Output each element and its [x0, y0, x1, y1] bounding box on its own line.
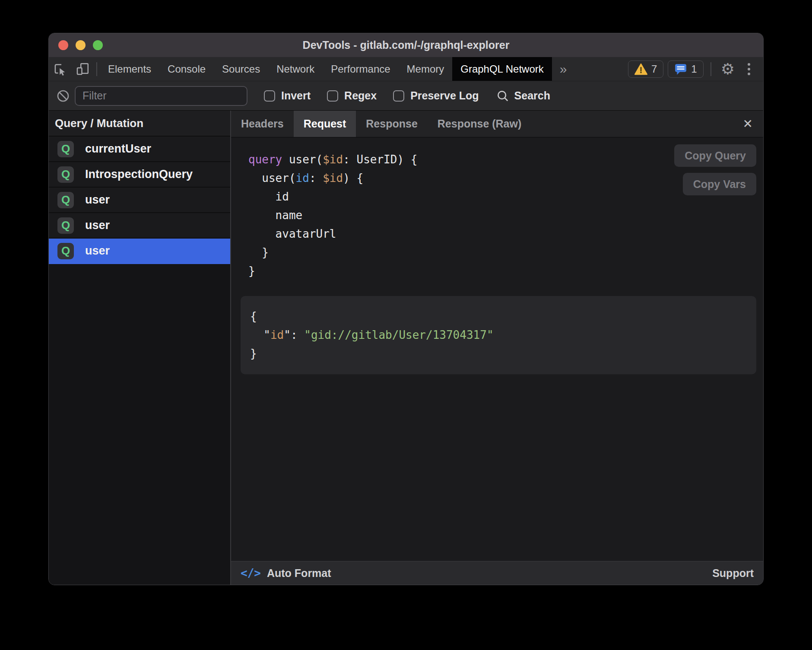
- gear-icon: ⚙: [721, 60, 735, 78]
- support-link[interactable]: Support: [712, 567, 754, 580]
- query-list-header: Query / Mutation: [49, 111, 230, 137]
- invert-label: Invert: [281, 89, 311, 102]
- tab-performance[interactable]: Performance: [323, 57, 398, 81]
- auto-format-button[interactable]: Auto Format: [267, 567, 331, 580]
- more-tabs-button[interactable]: »: [552, 57, 575, 81]
- status-bar: </> Auto Format Support: [231, 561, 763, 585]
- more-options-button[interactable]: [741, 63, 757, 75]
- device-toolbar-icon: [75, 61, 90, 77]
- request-detail-panel: Headers Request Response Response (Raw) …: [231, 111, 763, 585]
- list-item-user-1[interactable]: Q user: [49, 188, 230, 213]
- list-item-introspectionquery[interactable]: Q IntrospectionQuery: [49, 162, 230, 188]
- list-item-currentuser[interactable]: Q currentUser: [49, 137, 230, 162]
- tab-elements[interactable]: Elements: [100, 57, 159, 81]
- toolbar-right-cluster: 7 1 ⚙: [624, 57, 763, 81]
- query-type-badge: Q: [57, 141, 74, 157]
- query-type-badge: Q: [57, 243, 74, 259]
- query-variables-box: { "id": "gid://gitlab/User/13704317" }: [241, 296, 756, 374]
- detail-tabs: Headers Request Response Response (Raw) …: [231, 111, 763, 137]
- tab-network[interactable]: Network: [268, 57, 323, 81]
- close-detail-button[interactable]: ✕: [733, 111, 763, 137]
- messages-count: 1: [691, 63, 697, 75]
- kebab-dot: [748, 68, 750, 70]
- message-bubble-icon: [674, 63, 687, 75]
- tab-memory[interactable]: Memory: [399, 57, 453, 81]
- search-button[interactable]: Search: [496, 89, 550, 102]
- invert-checkbox-group[interactable]: Invert: [264, 89, 311, 102]
- kebab-dot: [748, 63, 750, 66]
- devtools-toolbar: Elements Console Sources Network Perform…: [49, 57, 763, 81]
- tab-request[interactable]: Request: [294, 111, 356, 137]
- devtools-window: DevTools - gitlab.com/-/graphql-explorer…: [48, 33, 764, 585]
- graphql-query-code: query user($id: UserID) { user(id: $id) …: [248, 150, 763, 280]
- query-type-badge: Q: [57, 166, 74, 183]
- toolbar-separator: [96, 62, 97, 76]
- filter-input[interactable]: [75, 86, 247, 106]
- filter-bar: Invert Regex Preserve Log Search: [49, 81, 763, 111]
- titlebar: DevTools - gitlab.com/-/graphql-explorer: [49, 33, 763, 57]
- kebab-dot: [748, 73, 750, 75]
- main-area: Query / Mutation Q currentUser Q Introsp…: [49, 111, 763, 585]
- code-format-icon: </>: [241, 567, 261, 580]
- query-list-panel: Query / Mutation Q currentUser Q Introsp…: [49, 111, 231, 585]
- clear-filter-button[interactable]: [51, 89, 75, 103]
- tab-sources[interactable]: Sources: [214, 57, 268, 81]
- invert-checkbox: [264, 90, 275, 102]
- regex-checkbox: [327, 90, 338, 102]
- regex-checkbox-group[interactable]: Regex: [327, 89, 377, 102]
- copy-vars-button[interactable]: Copy Vars: [683, 173, 756, 195]
- tab-graphql-network[interactable]: GraphQL Network: [452, 57, 552, 81]
- preserve-log-label: Preserve Log: [410, 89, 479, 102]
- preserve-log-checkbox-group[interactable]: Preserve Log: [393, 89, 479, 102]
- block-icon: [56, 89, 70, 103]
- warnings-count: 7: [651, 63, 657, 75]
- regex-label: Regex: [344, 89, 377, 102]
- search-label: Search: [514, 89, 550, 102]
- inspect-cursor-icon: [52, 61, 68, 77]
- search-icon: [496, 89, 509, 102]
- warnings-badge-button[interactable]: 7: [628, 61, 663, 78]
- tab-headers[interactable]: Headers: [231, 111, 294, 137]
- close-icon: ✕: [743, 117, 753, 131]
- tab-response[interactable]: Response: [356, 111, 427, 137]
- list-item-user-3-selected[interactable]: Q user: [49, 239, 230, 264]
- query-type-badge: Q: [57, 192, 74, 208]
- tab-response-raw[interactable]: Response (Raw): [428, 111, 531, 137]
- query-type-badge: Q: [57, 217, 74, 234]
- preserve-log-checkbox: [393, 90, 404, 102]
- chevron-double-right-icon: »: [560, 62, 567, 76]
- request-content: query user($id: UserID) { user(id: $id) …: [231, 137, 763, 561]
- list-item-user-2[interactable]: Q user: [49, 213, 230, 239]
- toolbar-separator: [710, 62, 711, 76]
- warning-icon: [634, 63, 647, 75]
- window-title: DevTools - gitlab.com/-/graphql-explorer: [49, 39, 763, 51]
- messages-badge-button[interactable]: 1: [668, 61, 703, 78]
- inspect-element-button[interactable]: [49, 57, 71, 81]
- copy-query-button[interactable]: Copy Query: [674, 144, 756, 167]
- device-toolbar-button[interactable]: [71, 57, 94, 81]
- settings-button[interactable]: ⚙: [715, 61, 741, 77]
- tab-console[interactable]: Console: [159, 57, 214, 81]
